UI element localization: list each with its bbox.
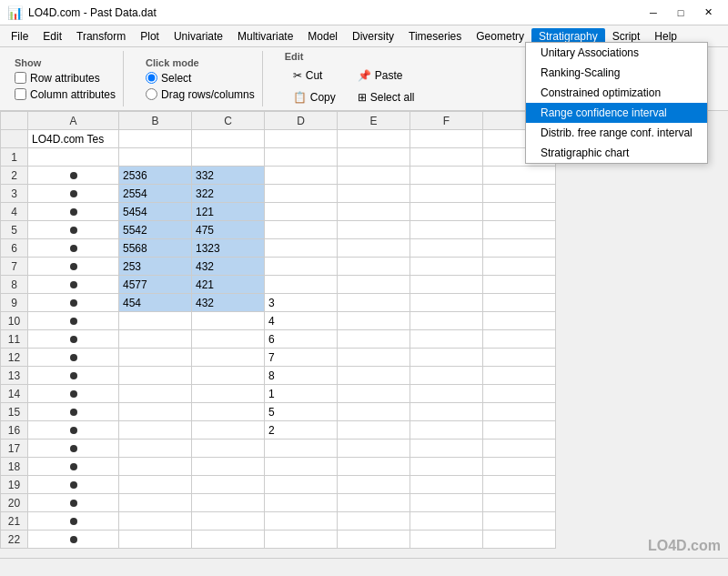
cell-2-extra[interactable] bbox=[483, 167, 556, 185]
menu-multivariate[interactable]: Multivariate bbox=[230, 28, 300, 45]
cell-14-b[interactable] bbox=[119, 385, 192, 403]
cell-14-a[interactable] bbox=[28, 385, 119, 403]
cell-12-extra[interactable] bbox=[483, 349, 556, 367]
menu-model[interactable]: Model bbox=[300, 28, 345, 45]
cell-2-f[interactable] bbox=[410, 167, 483, 185]
cell-7-a[interactable] bbox=[28, 258, 119, 276]
cell-16-f[interactable] bbox=[410, 421, 483, 440]
menu-plot[interactable]: Plot bbox=[133, 28, 167, 45]
select-all-button[interactable]: ⊞ Select all bbox=[349, 87, 423, 107]
cell-20-extra[interactable] bbox=[483, 494, 556, 512]
cell-7-b[interactable]: 253 bbox=[119, 258, 192, 276]
cell-22-f[interactable] bbox=[410, 531, 483, 549]
cell-19-c[interactable] bbox=[192, 476, 265, 494]
cell-16-e[interactable] bbox=[338, 421, 410, 440]
cell-15-d[interactable]: 5 bbox=[265, 403, 338, 421]
cell-5-b[interactable]: 5542 bbox=[119, 221, 192, 239]
cell-4-a[interactable] bbox=[28, 203, 119, 221]
menu-stratigraphic-chart[interactable]: Stratigraphic chart bbox=[526, 143, 707, 163]
close-button[interactable]: ✕ bbox=[695, 4, 721, 22]
cell-9-d[interactable]: 3 bbox=[265, 294, 338, 312]
cell-11-f[interactable] bbox=[410, 330, 483, 349]
row-attributes-checkbox[interactable] bbox=[15, 72, 26, 84]
cell-9-c[interactable]: 432 bbox=[192, 294, 265, 312]
cell-9-a[interactable] bbox=[28, 294, 119, 312]
cell-3-a[interactable] bbox=[28, 185, 119, 203]
cell-18-c[interactable] bbox=[192, 458, 265, 476]
cell-5-f[interactable] bbox=[410, 221, 483, 239]
cell-11-e[interactable] bbox=[338, 330, 410, 349]
cell-header-f[interactable] bbox=[410, 130, 483, 148]
menu-geometry[interactable]: Geometry bbox=[469, 28, 531, 45]
cell-10-a[interactable] bbox=[28, 312, 119, 330]
cell-18-a[interactable] bbox=[28, 458, 119, 476]
cell-20-a[interactable] bbox=[28, 494, 119, 512]
menu-distrib-free-range[interactable]: Distrib. free range conf. interval bbox=[526, 123, 707, 143]
cell-18-b[interactable] bbox=[119, 458, 192, 476]
cell-9-e[interactable] bbox=[338, 294, 410, 312]
cell-8-extra[interactable] bbox=[483, 276, 556, 294]
cell-4-c[interactable]: 121 bbox=[192, 203, 265, 221]
cell-14-d[interactable]: 1 bbox=[265, 385, 338, 403]
cell-11-b[interactable] bbox=[119, 330, 192, 349]
cell-17-b[interactable] bbox=[119, 440, 192, 458]
cell-17-d[interactable] bbox=[265, 440, 338, 458]
cell-19-e[interactable] bbox=[338, 476, 410, 494]
cell-10-b[interactable] bbox=[119, 312, 192, 330]
cell-5-c[interactable]: 475 bbox=[192, 221, 265, 239]
cell-18-d[interactable] bbox=[265, 458, 338, 476]
cell-8-b[interactable]: 4577 bbox=[119, 276, 192, 294]
menu-file[interactable]: File bbox=[4, 28, 35, 45]
cell-22-b[interactable] bbox=[119, 531, 192, 549]
cell-17-e[interactable] bbox=[338, 440, 410, 458]
cell-6-extra[interactable] bbox=[483, 239, 556, 258]
cell-18-extra[interactable] bbox=[483, 458, 556, 476]
cell-15-extra[interactable] bbox=[483, 403, 556, 421]
cell-10-extra[interactable] bbox=[483, 312, 556, 330]
cell-header-b[interactable] bbox=[119, 130, 192, 148]
cell-5-extra[interactable] bbox=[483, 221, 556, 239]
cell-10-d[interactable]: 4 bbox=[265, 312, 338, 330]
cell-17-f[interactable] bbox=[410, 440, 483, 458]
cell-17-c[interactable] bbox=[192, 440, 265, 458]
cell-6-c[interactable]: 1323 bbox=[192, 239, 265, 258]
menu-univariate[interactable]: Univariate bbox=[167, 28, 230, 45]
cell-20-c[interactable] bbox=[192, 494, 265, 512]
cell-10-c[interactable] bbox=[192, 312, 265, 330]
cell-3-d[interactable] bbox=[265, 185, 338, 203]
cell-6-b[interactable]: 5568 bbox=[119, 239, 192, 258]
cell-8-c[interactable]: 421 bbox=[192, 276, 265, 294]
cell-header-c[interactable] bbox=[192, 130, 265, 148]
cell-7-d[interactable] bbox=[265, 258, 338, 276]
col-attributes-checkbox[interactable] bbox=[15, 88, 26, 100]
cell-2-b[interactable]: 2536 bbox=[119, 167, 192, 185]
cell-3-b[interactable]: 2554 bbox=[119, 185, 192, 203]
cell-3-e[interactable] bbox=[338, 185, 410, 203]
cell-16-extra[interactable] bbox=[483, 421, 556, 440]
cell-15-e[interactable] bbox=[338, 403, 410, 421]
cell-2-a[interactable] bbox=[28, 167, 119, 185]
cell-8-e[interactable] bbox=[338, 276, 410, 294]
cell-4-f[interactable] bbox=[410, 203, 483, 221]
col-header-a[interactable]: A bbox=[28, 112, 119, 130]
paste-button[interactable]: 📌 Paste bbox=[349, 66, 423, 86]
cell-4-e[interactable] bbox=[338, 203, 410, 221]
cell-13-d[interactable]: 8 bbox=[265, 367, 338, 385]
cell-header-e[interactable] bbox=[338, 130, 410, 148]
cell-20-f[interactable] bbox=[410, 494, 483, 512]
cell-6-f[interactable] bbox=[410, 239, 483, 258]
cell-10-f[interactable] bbox=[410, 312, 483, 330]
menu-range-confidence-interval[interactable]: Range confidence interval bbox=[526, 103, 707, 123]
menu-diversity[interactable]: Diversity bbox=[345, 28, 401, 45]
cell-14-extra[interactable] bbox=[483, 385, 556, 403]
cell-10-e[interactable] bbox=[338, 312, 410, 330]
cell-7-f[interactable] bbox=[410, 258, 483, 276]
cell-6-d[interactable] bbox=[265, 239, 338, 258]
cell-13-e[interactable] bbox=[338, 367, 410, 385]
cell-9-extra[interactable] bbox=[483, 294, 556, 312]
cell-7-extra[interactable] bbox=[483, 258, 556, 276]
cell-5-e[interactable] bbox=[338, 221, 410, 239]
cell-11-a[interactable] bbox=[28, 330, 119, 349]
cell-14-c[interactable] bbox=[192, 385, 265, 403]
cell-20-d[interactable] bbox=[265, 494, 338, 512]
